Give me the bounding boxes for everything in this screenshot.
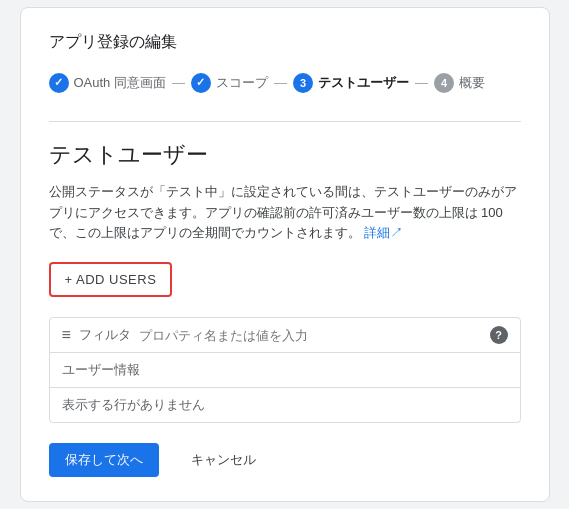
table-header: ユーザー情報 [50,353,520,388]
filter-bar: ≡ フィルタ ? ユーザー情報 表示する行がありません [49,317,521,423]
step-label-summary: 概要 [459,74,485,92]
filter-icon: ≡ [62,326,71,344]
filter-input[interactable] [139,328,482,343]
add-users-button[interactable]: + ADD USERS [49,262,173,297]
save-next-button[interactable]: 保存して次へ [49,443,159,477]
filter-header: ≡ フィルタ ? [50,318,520,353]
step-circle-test-users: 3 [293,73,313,93]
step-scope: ✓ スコープ [191,73,268,93]
add-users-label: + ADD USERS [65,272,157,287]
step-summary: 4 概要 [434,73,485,93]
description-text: 公開ステータスが「テスト中」に設定されている間は、テストユーザーのみがアプリにア… [49,182,521,244]
step-oauth: ✓ OAuth 同意画面 [49,73,166,93]
step-label-scope: スコープ [216,74,268,92]
step-separator-1: — [172,75,185,90]
divider [49,121,521,122]
step-circle-scope: ✓ [191,73,211,93]
page-title: アプリ登録の編集 [49,32,521,53]
step-test-users: 3 テストユーザー [293,73,409,93]
table-empty-message: 表示する行がありません [50,388,520,422]
step-circle-summary: 4 [434,73,454,93]
stepper: ✓ OAuth 同意画面 — ✓ スコープ — 3 テストユーザー — 4 概要 [49,73,521,93]
cancel-button[interactable]: キャンセル [175,443,272,477]
step-separator-3: — [415,75,428,90]
step-number-3: 3 [300,77,306,89]
main-card: アプリ登録の編集 ✓ OAuth 同意画面 — ✓ スコープ — 3 テストユー… [20,7,550,502]
step-circle-oauth: ✓ [49,73,69,93]
step-number-4: 4 [441,77,447,89]
section-title: テストユーザー [49,140,521,170]
details-link[interactable]: 詳細↗ [364,225,403,240]
help-icon[interactable]: ? [490,326,508,344]
step-label-oauth: OAuth 同意画面 [74,74,166,92]
checkmark-icon-2: ✓ [196,76,205,89]
step-separator-2: — [274,75,287,90]
filter-label: フィルタ [79,326,131,344]
footer-actions: 保存して次へ キャンセル [49,443,521,477]
step-label-test-users: テストユーザー [318,74,409,92]
checkmark-icon: ✓ [54,76,63,89]
